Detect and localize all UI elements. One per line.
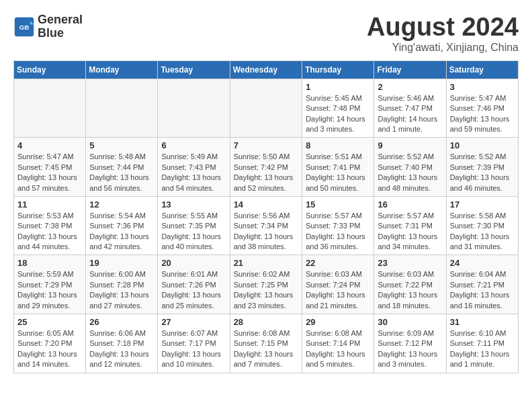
logo-icon: GB	[13, 16, 35, 38]
day-info: Sunrise: 6:06 AM Sunset: 7:18 PM Dayligh…	[89, 328, 154, 370]
location-subtitle: Ying'awati, Xinjiang, China	[367, 42, 519, 54]
day-info: Sunrise: 6:09 AM Sunset: 7:12 PM Dayligh…	[378, 328, 442, 370]
day-info: Sunrise: 5:50 AM Sunset: 7:42 PM Dayligh…	[234, 152, 299, 193]
weekday-header-monday: Monday	[86, 60, 158, 79]
weekday-header-saturday: Saturday	[446, 60, 518, 79]
calendar-cell: 27Sunrise: 6:07 AM Sunset: 7:17 PM Dayli…	[158, 314, 230, 373]
weekday-header-row: SundayMondayTuesdayWednesdayThursdayFrid…	[14, 60, 519, 79]
day-info: Sunrise: 6:00 AM Sunset: 7:28 PM Dayligh…	[89, 269, 154, 311]
day-info: Sunrise: 5:57 AM Sunset: 7:33 PM Dayligh…	[306, 211, 370, 253]
svg-text:GB: GB	[19, 23, 30, 30]
day-number: 11	[17, 199, 82, 210]
calendar-cell: 29Sunrise: 6:08 AM Sunset: 7:14 PM Dayli…	[302, 314, 374, 373]
day-info: Sunrise: 5:53 AM Sunset: 7:38 PM Dayligh…	[17, 211, 82, 253]
day-number: 7	[234, 140, 299, 150]
calendar-cell: 30Sunrise: 6:09 AM Sunset: 7:12 PM Dayli…	[374, 314, 446, 373]
calendar-cell: 13Sunrise: 5:55 AM Sunset: 7:35 PM Dayli…	[158, 196, 230, 255]
day-number: 16	[378, 199, 442, 210]
day-info: Sunrise: 6:10 AM Sunset: 7:11 PM Dayligh…	[450, 328, 515, 370]
calendar-cell	[158, 79, 230, 138]
day-info: Sunrise: 5:45 AM Sunset: 7:48 PM Dayligh…	[306, 93, 370, 135]
page-header: GB General Blue August 2024 Ying'awati, …	[13, 13, 519, 54]
calendar-cell: 20Sunrise: 6:01 AM Sunset: 7:26 PM Dayli…	[158, 255, 230, 314]
day-number: 2	[378, 82, 442, 92]
day-info: Sunrise: 5:54 AM Sunset: 7:36 PM Dayligh…	[89, 211, 154, 253]
day-number: 24	[450, 258, 515, 268]
day-number: 15	[306, 199, 370, 210]
calendar-cell: 9Sunrise: 5:52 AM Sunset: 7:40 PM Daylig…	[374, 138, 446, 197]
day-number: 14	[234, 199, 299, 210]
calendar-cell: 25Sunrise: 6:05 AM Sunset: 7:20 PM Dayli…	[14, 314, 86, 373]
calendar-cell: 11Sunrise: 5:53 AM Sunset: 7:38 PM Dayli…	[14, 196, 86, 255]
day-info: Sunrise: 6:07 AM Sunset: 7:17 PM Dayligh…	[161, 328, 226, 370]
calendar-cell: 31Sunrise: 6:10 AM Sunset: 7:11 PM Dayli…	[446, 314, 518, 373]
calendar-cell: 16Sunrise: 5:57 AM Sunset: 7:31 PM Dayli…	[374, 196, 446, 255]
calendar-cell: 24Sunrise: 6:04 AM Sunset: 7:21 PM Dayli…	[446, 255, 518, 314]
day-info: Sunrise: 5:59 AM Sunset: 7:29 PM Dayligh…	[17, 269, 82, 311]
day-info: Sunrise: 5:58 AM Sunset: 7:30 PM Dayligh…	[450, 211, 515, 253]
weekday-header-tuesday: Tuesday	[158, 60, 230, 79]
calendar-cell	[86, 79, 158, 138]
day-number: 3	[450, 82, 515, 92]
day-number: 12	[89, 199, 154, 210]
calendar-cell: 21Sunrise: 6:02 AM Sunset: 7:25 PM Dayli…	[230, 255, 302, 314]
week-row-1: 1Sunrise: 5:45 AM Sunset: 7:48 PM Daylig…	[14, 79, 519, 138]
calendar-cell: 12Sunrise: 5:54 AM Sunset: 7:36 PM Dayli…	[86, 196, 158, 255]
calendar-cell: 5Sunrise: 5:48 AM Sunset: 7:44 PM Daylig…	[86, 138, 158, 197]
calendar-cell: 19Sunrise: 6:00 AM Sunset: 7:28 PM Dayli…	[86, 255, 158, 314]
day-info: Sunrise: 6:01 AM Sunset: 7:26 PM Dayligh…	[161, 269, 226, 311]
calendar-cell: 18Sunrise: 5:59 AM Sunset: 7:29 PM Dayli…	[14, 255, 86, 314]
day-number: 20	[161, 258, 226, 268]
weekday-header-sunday: Sunday	[14, 60, 86, 79]
day-number: 1	[306, 82, 370, 92]
day-number: 22	[306, 258, 370, 268]
day-number: 10	[450, 140, 515, 150]
weekday-header-thursday: Thursday	[302, 60, 374, 79]
day-info: Sunrise: 5:47 AM Sunset: 7:46 PM Dayligh…	[450, 93, 515, 135]
day-number: 30	[378, 317, 442, 327]
calendar-cell: 28Sunrise: 6:08 AM Sunset: 7:15 PM Dayli…	[230, 314, 302, 373]
week-row-4: 18Sunrise: 5:59 AM Sunset: 7:29 PM Dayli…	[14, 255, 519, 314]
day-info: Sunrise: 5:49 AM Sunset: 7:43 PM Dayligh…	[161, 152, 226, 193]
day-number: 18	[17, 258, 82, 268]
calendar-cell: 1Sunrise: 5:45 AM Sunset: 7:48 PM Daylig…	[302, 79, 374, 138]
day-number: 13	[161, 199, 226, 210]
week-row-2: 4Sunrise: 5:47 AM Sunset: 7:45 PM Daylig…	[14, 138, 519, 197]
calendar-cell: 23Sunrise: 6:03 AM Sunset: 7:22 PM Dayli…	[374, 255, 446, 314]
calendar-cell: 15Sunrise: 5:57 AM Sunset: 7:33 PM Dayli…	[302, 196, 374, 255]
day-number: 6	[161, 140, 226, 150]
calendar-cell: 17Sunrise: 5:58 AM Sunset: 7:30 PM Dayli…	[446, 196, 518, 255]
day-info: Sunrise: 5:52 AM Sunset: 7:40 PM Dayligh…	[378, 152, 442, 193]
weekday-header-friday: Friday	[374, 60, 446, 79]
day-number: 5	[89, 140, 154, 150]
day-info: Sunrise: 5:47 AM Sunset: 7:45 PM Dayligh…	[17, 152, 82, 193]
day-number: 9	[378, 140, 442, 150]
calendar-cell: 7Sunrise: 5:50 AM Sunset: 7:42 PM Daylig…	[230, 138, 302, 197]
day-number: 29	[306, 317, 370, 327]
day-number: 26	[89, 317, 154, 327]
day-info: Sunrise: 6:03 AM Sunset: 7:22 PM Dayligh…	[378, 269, 442, 311]
day-info: Sunrise: 6:03 AM Sunset: 7:24 PM Dayligh…	[306, 269, 370, 311]
calendar-cell: 8Sunrise: 5:51 AM Sunset: 7:41 PM Daylig…	[302, 138, 374, 197]
weekday-header-wednesday: Wednesday	[230, 60, 302, 79]
day-number: 4	[17, 140, 82, 150]
calendar-cell	[14, 79, 86, 138]
calendar-cell: 4Sunrise: 5:47 AM Sunset: 7:45 PM Daylig…	[14, 138, 86, 197]
calendar-cell: 22Sunrise: 6:03 AM Sunset: 7:24 PM Dayli…	[302, 255, 374, 314]
title-block: August 2024 Ying'awati, Xinjiang, China	[367, 13, 519, 54]
day-info: Sunrise: 5:57 AM Sunset: 7:31 PM Dayligh…	[378, 211, 442, 253]
day-number: 23	[378, 258, 442, 268]
day-number: 31	[450, 317, 515, 327]
day-number: 28	[234, 317, 299, 327]
day-info: Sunrise: 6:08 AM Sunset: 7:14 PM Dayligh…	[306, 328, 370, 370]
calendar-cell	[230, 79, 302, 138]
day-info: Sunrise: 5:52 AM Sunset: 7:39 PM Dayligh…	[450, 152, 515, 193]
day-info: Sunrise: 5:46 AM Sunset: 7:47 PM Dayligh…	[378, 93, 442, 135]
calendar-table: SundayMondayTuesdayWednesdayThursdayFrid…	[13, 60, 519, 373]
day-info: Sunrise: 6:08 AM Sunset: 7:15 PM Dayligh…	[234, 328, 299, 370]
calendar-cell: 3Sunrise: 5:47 AM Sunset: 7:46 PM Daylig…	[446, 79, 518, 138]
day-info: Sunrise: 5:51 AM Sunset: 7:41 PM Dayligh…	[306, 152, 370, 193]
day-number: 21	[234, 258, 299, 268]
day-info: Sunrise: 6:05 AM Sunset: 7:20 PM Dayligh…	[17, 328, 82, 370]
day-number: 27	[161, 317, 226, 327]
